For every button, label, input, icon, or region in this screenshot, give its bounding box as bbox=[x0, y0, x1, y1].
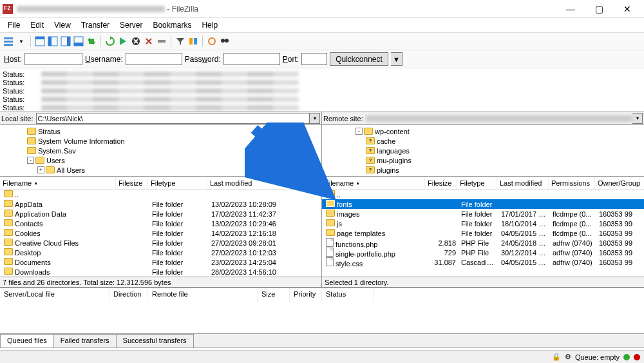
toggle-localtree-icon[interactable] bbox=[47, 35, 59, 47]
sitemanager-icon[interactable] bbox=[3, 35, 14, 47]
maximize-button[interactable]: ▢ bbox=[585, 0, 613, 18]
filter-icon[interactable] bbox=[175, 35, 186, 47]
tree-label: Stratus bbox=[38, 128, 61, 135]
tree-toggle[interactable]: + bbox=[37, 166, 44, 173]
disconnect-icon[interactable] bbox=[143, 35, 155, 47]
file-name: Documents bbox=[15, 259, 51, 266]
tree-label: cache bbox=[377, 137, 395, 145]
menu-transfer[interactable]: Transfer bbox=[76, 19, 115, 31]
port-input[interactable] bbox=[301, 53, 327, 65]
tab-queued-files[interactable]: Queued files bbox=[0, 334, 54, 348]
file-name: Creative Cloud Files bbox=[15, 239, 79, 247]
col-perm[interactable]: Permissions bbox=[549, 177, 595, 189]
col-mod[interactable]: Last modified bbox=[207, 177, 317, 189]
file-row[interactable]: .. bbox=[322, 190, 644, 199]
led-green bbox=[623, 354, 630, 360]
settings-icon[interactable]: ⚙ bbox=[565, 353, 571, 361]
tree-item[interactable]: -Users bbox=[1, 155, 320, 165]
file-row[interactable]: style.css31.087Cascading ...04/05/2015 1… bbox=[322, 257, 644, 267]
queue-col[interactable]: Remote file bbox=[148, 288, 258, 302]
password-input[interactable] bbox=[223, 53, 280, 65]
lock-icon: 🔒 bbox=[552, 353, 561, 361]
file-row[interactable]: Creative Cloud FilesFile folder27/02/202… bbox=[0, 238, 321, 248]
col-name[interactable]: Filename▲ bbox=[0, 177, 116, 189]
quickconnect-dropdown[interactable]: ▼ bbox=[391, 52, 402, 66]
tree-item[interactable]: ?mu-plugins bbox=[323, 155, 643, 165]
menu-bookmarks[interactable]: Bookmarks bbox=[147, 19, 196, 31]
sitemanager-dropdown-icon[interactable]: ▼ bbox=[15, 35, 27, 47]
local-site-input[interactable] bbox=[36, 113, 310, 124]
minimize-button[interactable]: — bbox=[556, 0, 585, 18]
remote-site-dropdown[interactable]: ▾ bbox=[632, 113, 643, 124]
tree-toggle[interactable]: - bbox=[355, 128, 363, 135]
col-size[interactable]: Filesize bbox=[116, 177, 148, 189]
queue-col[interactable]: Status bbox=[322, 288, 374, 302]
status-text-blurred bbox=[41, 72, 299, 77]
queue-col[interactable]: Server/Local file bbox=[0, 288, 109, 302]
file-row[interactable]: fontsFile folder bbox=[322, 199, 644, 209]
refresh-icon[interactable] bbox=[104, 35, 116, 47]
tree-item[interactable]: System Volume Information bbox=[1, 136, 320, 146]
toggle-queue-icon[interactable] bbox=[73, 35, 84, 47]
autoscroll-icon[interactable] bbox=[206, 35, 218, 47]
file-row[interactable]: imagesFile folder17/01/2017 17:...flcdmp… bbox=[322, 209, 644, 219]
menu-server[interactable]: Server bbox=[115, 19, 147, 31]
file-name: fonts bbox=[337, 201, 352, 208]
col-name[interactable]: Filename▲ bbox=[322, 177, 425, 189]
tab-failed-transfers[interactable]: Failed transfers bbox=[53, 334, 117, 348]
col-own[interactable]: Owner/Group bbox=[595, 177, 640, 189]
tree-item[interactable]: Stratus bbox=[1, 126, 320, 136]
file-row[interactable]: DesktopFile folder27/02/2023 10:12:03 bbox=[0, 248, 321, 257]
file-row[interactable]: ContactsFile folder13/02/2023 10:29:46 bbox=[0, 219, 321, 228]
tree-toggle[interactable]: - bbox=[27, 157, 34, 164]
queue-col[interactable]: Size bbox=[258, 288, 290, 302]
folder-unknown-icon: ? bbox=[366, 157, 375, 164]
tree-item[interactable]: ?themes bbox=[323, 175, 643, 177]
tree-item[interactable]: ?cache bbox=[323, 136, 643, 146]
find-icon[interactable] bbox=[219, 35, 231, 47]
cancel-icon[interactable] bbox=[130, 35, 142, 47]
menu-view[interactable]: View bbox=[49, 19, 76, 31]
file-row[interactable]: jsFile folder18/10/2014 15:...flcdmpe (0… bbox=[322, 219, 644, 228]
username-input[interactable] bbox=[126, 53, 182, 65]
tree-label: themes bbox=[377, 176, 400, 177]
menu-help[interactable]: Help bbox=[196, 19, 223, 31]
tree-item[interactable]: +Default bbox=[1, 175, 320, 177]
menu-file[interactable]: File bbox=[3, 19, 25, 31]
tree-item[interactable]: ?languages bbox=[323, 146, 643, 155]
file-row[interactable]: AppDataFile folder13/02/2023 10:28:09 bbox=[0, 199, 321, 209]
col-size[interactable]: Filesize bbox=[425, 177, 457, 189]
sync-browsing-icon[interactable] bbox=[86, 35, 97, 47]
tree-toggle[interactable]: + bbox=[37, 176, 44, 177]
file-row[interactable]: DocumentsFile folder23/02/2023 14:25:04 bbox=[0, 257, 321, 267]
file-row[interactable]: functions.php2.818PHP File24/05/2018 13:… bbox=[322, 238, 644, 248]
process-queue-icon[interactable] bbox=[117, 35, 129, 47]
queue-col[interactable]: Direction bbox=[109, 288, 148, 302]
status-text-blurred bbox=[41, 105, 299, 110]
col-mod[interactable]: Last modified bbox=[497, 177, 549, 189]
tree-item[interactable]: ?plugins bbox=[323, 165, 643, 175]
reconnect-icon[interactable] bbox=[156, 35, 167, 47]
file-row[interactable]: page templatesFile folder04/05/2015 19:.… bbox=[322, 228, 644, 238]
toggle-log-icon[interactable] bbox=[34, 35, 46, 47]
host-input[interactable] bbox=[24, 53, 82, 65]
local-site-dropdown[interactable]: ▾ bbox=[310, 113, 320, 124]
file-row[interactable]: CookiesFile folder14/02/2023 12:16:18 bbox=[0, 228, 321, 238]
tab-successful-transfers[interactable]: Successful transfers bbox=[116, 334, 194, 348]
file-row[interactable]: single-portfolio.php729PHP File30/12/201… bbox=[322, 248, 644, 257]
tree-item[interactable]: -wp-content bbox=[323, 126, 643, 136]
quickconnect-button[interactable]: Quickconnect bbox=[330, 52, 388, 66]
tree-item[interactable]: System.Sav bbox=[1, 146, 320, 155]
file-row[interactable]: Application DataFile folder17/02/2023 11… bbox=[0, 209, 321, 219]
file-row[interactable]: .. bbox=[0, 190, 321, 199]
file-row[interactable]: DownloadsFile folder28/02/2023 14:56:10 bbox=[0, 267, 321, 277]
queue-col[interactable]: Priority bbox=[290, 288, 322, 302]
col-type[interactable]: Filetype bbox=[457, 177, 497, 189]
compare-icon[interactable] bbox=[187, 35, 199, 47]
status-label: Status: bbox=[3, 79, 41, 86]
toggle-remotetree-icon[interactable] bbox=[60, 35, 71, 47]
menu-edit[interactable]: Edit bbox=[25, 19, 49, 31]
col-type[interactable]: Filetype bbox=[148, 177, 207, 189]
tree-item[interactable]: +All Users bbox=[1, 165, 320, 175]
close-button[interactable]: ✕ bbox=[613, 0, 641, 18]
